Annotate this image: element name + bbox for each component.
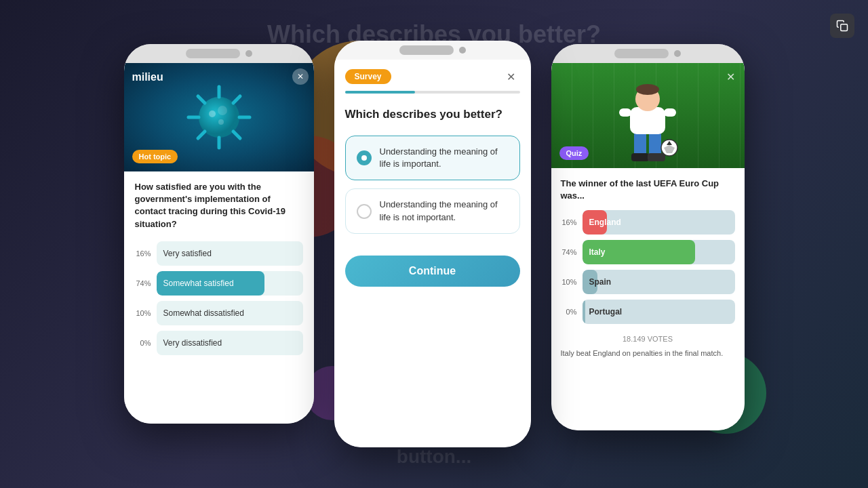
poll-bar-label: Somewhat dissatisfied <box>157 308 244 318</box>
poll-pct: 16% <box>135 249 151 258</box>
question-text-left: How satisfied are you with the governmen… <box>135 181 303 230</box>
milieu-brand: milieu <box>132 71 163 83</box>
quiz-pct: 0% <box>561 308 577 316</box>
notch-bar-center <box>399 45 454 55</box>
notch-bar-right <box>614 49 669 58</box>
quiz-bar: Italy <box>583 240 735 264</box>
poll-bar[interactable]: Somewhat satisfied <box>157 271 303 296</box>
quiz-option-row[interactable]: 74% Italy <box>551 240 745 264</box>
progress-bar-container <box>345 91 520 94</box>
notch-bar <box>186 49 240 58</box>
phone-right: Quiz ✕ The winner of the last UEFA Euro … <box>551 44 745 430</box>
poll-bar[interactable]: Somewhat dissatisfied <box>157 301 303 325</box>
quiz-options: 16% England 74% Italy 10% Spain 0% Portu… <box>551 210 745 329</box>
survey-option-text: Understanding the meaning of life is imp… <box>380 146 509 170</box>
survey-options: Understanding the meaning of life is imp… <box>334 136 531 242</box>
hot-topic-badge: Hot topic <box>132 150 178 163</box>
poll-row: 10% Somewhat dissatisfied <box>135 301 303 325</box>
svg-point-11 <box>218 106 227 115</box>
poll-pct: 10% <box>135 309 151 317</box>
svg-point-21 <box>636 84 659 95</box>
phone-right-notch <box>551 44 745 63</box>
poll-bar-label: Very dissatisfied <box>157 338 222 348</box>
soccer-image: Quiz ✕ <box>551 63 745 168</box>
quiz-pct: 16% <box>561 218 577 226</box>
quiz-bar-label: Portugal <box>583 307 623 317</box>
radio-circle <box>357 150 372 165</box>
close-button-center[interactable]: ✕ <box>502 68 520 85</box>
svg-rect-0 <box>841 24 848 31</box>
quiz-pct: 74% <box>561 248 577 256</box>
phone-center-content: Survey ✕ Which describes you better? Und… <box>334 60 531 447</box>
question-area-left: How satisfied are you with the governmen… <box>124 171 314 424</box>
poll-pct: 74% <box>135 279 151 287</box>
svg-rect-19 <box>664 108 676 117</box>
phone-center: Survey ✕ Which describes you better? Und… <box>334 41 531 447</box>
svg-line-9 <box>233 131 240 138</box>
notch-dot-right <box>674 50 681 57</box>
poll-row: 16% Very satisfied <box>135 241 303 266</box>
phone-left-content: milieu <box>124 63 314 424</box>
survey-badge: Survey <box>345 69 391 84</box>
survey-question: Which describes you better? <box>334 107 531 122</box>
quiz-pct: 10% <box>561 278 577 286</box>
quiz-question: The winner of the last UEFA Euro Cup was… <box>551 168 745 210</box>
quiz-bar-label: England <box>583 218 621 227</box>
close-button-left[interactable]: ✕ <box>292 68 309 85</box>
main-container: milieu <box>0 0 868 488</box>
soccer-player-svg <box>600 73 695 168</box>
quiz-bar: Spain <box>583 270 735 294</box>
quiz-bar: Portugal <box>583 300 735 324</box>
notch-dot-center <box>459 47 466 54</box>
votes-count: 18.149 VOTES <box>551 329 745 346</box>
svg-point-12 <box>218 119 224 125</box>
survey-option-text: Understanding the meaning of life is not… <box>380 199 509 223</box>
phone-center-notch <box>334 41 531 60</box>
hero-image: milieu <box>124 63 314 171</box>
survey-header: Survey ✕ <box>334 60 531 91</box>
quiz-option-row[interactable]: 10% Spain <box>551 270 745 294</box>
phone-right-content: Quiz ✕ The winner of the last UEFA Euro … <box>551 63 745 430</box>
svg-line-8 <box>198 131 205 138</box>
poll-bar-label: Somewhat satisfied <box>157 279 234 288</box>
survey-option[interactable]: Understanding the meaning of life is not… <box>345 188 520 233</box>
svg-rect-16 <box>648 153 665 161</box>
survey-option[interactable]: Understanding the meaning of life is imp… <box>345 136 520 180</box>
quiz-bar-label: Italy <box>583 247 606 257</box>
poll-row: 74% Somewhat satisfied <box>135 271 303 296</box>
phone-left-notch <box>124 44 314 63</box>
poll-bar[interactable]: Very dissatisfied <box>157 331 303 355</box>
quiz-bar-label: Spain <box>583 277 612 287</box>
virus-illustration <box>182 80 256 155</box>
radio-circle <box>357 204 372 219</box>
result-text: Italy beat England on penalties in the f… <box>551 346 745 361</box>
continue-button[interactable]: Continue <box>345 256 520 287</box>
radio-dot <box>361 155 367 161</box>
svg-rect-15 <box>631 153 649 161</box>
poll-rows: 16% Very satisfied 74% Somewhat satisfie… <box>135 241 303 355</box>
quiz-option-row[interactable]: 0% Portugal <box>551 300 745 324</box>
quiz-option-row[interactable]: 16% England <box>551 210 745 235</box>
poll-bar-label: Very satisfied <box>157 249 212 258</box>
svg-point-10 <box>209 110 216 117</box>
quiz-bar: England <box>583 210 735 235</box>
phone-left: milieu <box>124 44 314 424</box>
notch-dot <box>245 50 252 57</box>
svg-rect-18 <box>619 108 631 117</box>
poll-bar[interactable]: Very satisfied <box>157 241 303 266</box>
svg-line-7 <box>233 96 240 103</box>
copy-icon[interactable] <box>830 14 854 38</box>
progress-bar-fill <box>345 91 415 94</box>
quiz-badge: Quiz <box>559 146 589 160</box>
close-button-right[interactable]: ✕ <box>723 68 739 85</box>
poll-pct: 0% <box>135 339 151 347</box>
poll-row: 0% Very dissatisfied <box>135 331 303 355</box>
svg-line-6 <box>198 96 205 103</box>
